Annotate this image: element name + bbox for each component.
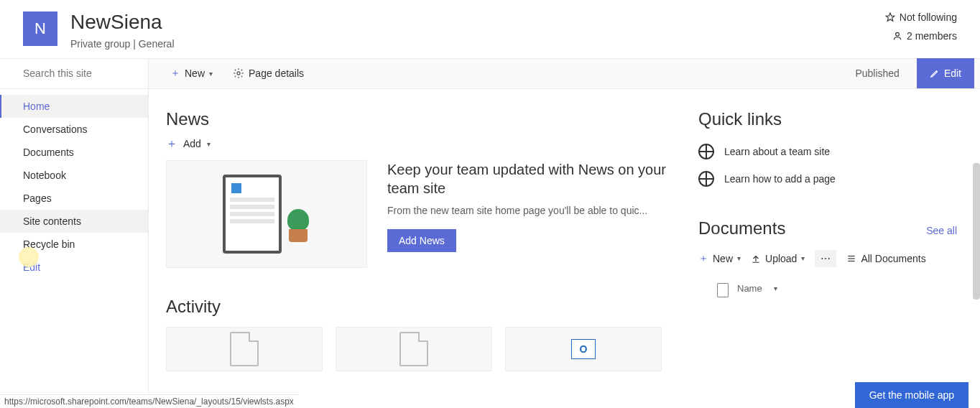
pencil-icon <box>930 68 940 78</box>
nav-site-contents[interactable]: Site contents <box>0 210 148 233</box>
docs-upload-button[interactable]: Upload ▾ <box>751 253 805 264</box>
published-status: Published <box>855 68 905 79</box>
nav-pages[interactable]: Pages <box>0 187 148 210</box>
side-nav: Home Conversations Documents Notebook Pa… <box>0 89 148 279</box>
docs-all-label: All Documents <box>861 253 925 264</box>
new-label: New <box>185 68 205 79</box>
nav-conversations[interactable]: Conversations <box>0 118 148 141</box>
activity-card[interactable] <box>336 327 492 371</box>
news-add-button[interactable]: ＋ Add ▾ <box>166 136 675 152</box>
news-add-label: Add <box>183 138 201 149</box>
new-button[interactable]: ＋ New ▾ <box>166 64 217 83</box>
person-icon <box>892 31 902 41</box>
channel-label: General <box>139 38 175 50</box>
ellipsis-icon: ⋯ <box>820 253 831 264</box>
edit-label: Edit <box>944 68 961 79</box>
document-icon <box>230 332 259 366</box>
quick-link-label: Learn how to add a page <box>724 173 836 185</box>
news-description: From the new team site home page you'll … <box>387 205 675 216</box>
page-details-button[interactable]: Page details <box>228 65 308 82</box>
nav-documents[interactable]: Documents <box>0 141 148 164</box>
quick-links-heading: Quick links <box>698 109 957 129</box>
group-type-label: Private group <box>70 38 130 50</box>
tablet-illustration-icon <box>223 175 282 254</box>
members-link[interactable]: 2 members <box>892 30 957 42</box>
docs-upload-label: Upload <box>765 253 797 264</box>
chevron-down-icon: ▾ <box>207 140 211 148</box>
follow-toggle[interactable]: Not following <box>885 11 957 23</box>
add-news-button[interactable]: Add News <box>387 229 456 252</box>
site-title[interactable]: NewSiena <box>70 11 885 34</box>
search-input[interactable] <box>23 68 149 79</box>
site-title-block: NewSiena Private group | General <box>70 11 885 50</box>
svg-marker-0 <box>886 13 895 21</box>
file-type-icon <box>717 283 729 297</box>
star-icon <box>885 12 895 22</box>
chevron-down-icon: ▾ <box>209 70 213 78</box>
docs-more-button[interactable]: ⋯ <box>815 250 836 267</box>
upload-icon <box>751 254 761 264</box>
nav-edit[interactable]: Edit <box>0 256 148 279</box>
outlook-icon: O <box>571 339 596 359</box>
activity-heading: Activity <box>166 297 675 317</box>
col-name-header[interactable]: Name <box>737 283 762 294</box>
globe-icon <box>698 171 714 187</box>
activity-card[interactable]: O <box>505 327 662 371</box>
site-logo[interactable]: N <box>23 11 57 46</box>
chevron-down-icon: ▾ <box>737 254 741 262</box>
documents-heading: Documents <box>698 218 785 238</box>
get-mobile-app-button[interactable]: Get the mobile app <box>855 382 969 408</box>
docs-new-label: New <box>713 253 733 264</box>
quick-link-team-site[interactable]: Learn about a team site <box>698 138 957 165</box>
list-icon <box>846 254 856 264</box>
svg-point-1 <box>896 32 900 36</box>
plus-icon: ＋ <box>698 252 708 265</box>
nav-home[interactable]: Home <box>0 95 148 118</box>
nav-notebook[interactable]: Notebook <box>0 164 148 187</box>
plus-icon: ＋ <box>166 136 177 152</box>
chevron-down-icon: ▾ <box>774 284 777 292</box>
plant-illustration-icon <box>286 203 310 242</box>
page-details-label: Page details <box>249 68 304 79</box>
scrollbar[interactable] <box>973 163 980 300</box>
document-stack-icon <box>399 332 428 366</box>
follow-label: Not following <box>900 11 957 23</box>
globe-icon <box>698 144 714 159</box>
edit-button[interactable]: Edit <box>917 58 974 88</box>
gear-icon <box>233 68 244 79</box>
site-subtitle: Private group | General <box>70 38 885 50</box>
docs-new-button[interactable]: ＋ New ▾ <box>698 252 741 265</box>
quick-link-add-page[interactable]: Learn how to add a page <box>698 165 957 193</box>
chevron-down-icon: ▾ <box>801 254 805 262</box>
status-bar-url: https://microsoft.sharepoint.com/teams/N… <box>0 394 298 408</box>
news-heading: News <box>166 109 675 129</box>
docs-view-switch[interactable]: All Documents <box>846 253 925 264</box>
see-all-link[interactable]: See all <box>926 225 957 236</box>
nav-recycle-bin[interactable]: Recycle bin <box>0 233 148 256</box>
news-thumbnail <box>166 160 367 268</box>
members-label: 2 members <box>907 30 957 42</box>
news-title: Keep your team updated with News on your… <box>387 160 675 198</box>
plus-icon: ＋ <box>170 67 180 80</box>
activity-card[interactable] <box>166 327 323 371</box>
svg-point-4 <box>237 72 240 75</box>
quick-link-label: Learn about a team site <box>724 146 830 157</box>
